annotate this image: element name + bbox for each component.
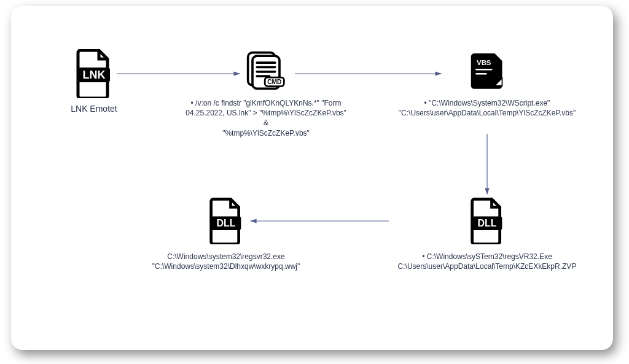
node-cmd: CMD • /v:on /c findstr "glKmfOKnQLYKnNs.… [183, 49, 349, 138]
diagram-card: LNK LNK Emotet CMD • /v:on /c findstr "g… [11, 6, 613, 350]
cmd-caption: • /v:on /c findstr "glKmfOKnQLYKnNs.*" "… [183, 98, 349, 138]
dll1-badge-text: DLL [478, 218, 497, 228]
node-vbs: VBS • "C:\Windows\System32\WScript.exe" … [392, 49, 582, 118]
file-lnk-icon: LNK [69, 49, 119, 98]
vbs-caption: • "C:\Windows\System32\WScript.exe" "C:\… [399, 98, 576, 118]
file-cmd-icon: CMD [244, 49, 287, 92]
dll1-caption: • C:\Windows\sySTem32\regsVR32.Exe C:\Us… [398, 252, 577, 271]
file-dll-icon: DLL [463, 196, 512, 246]
node-lnk: LNK LNK Emotet [48, 49, 140, 115]
file-dll-icon: DLL [201, 196, 251, 246]
lnk-caption: LNK Emotet [71, 103, 117, 115]
dll2-caption: C:\Windows\system32\regsvr32.exe "C:\Win… [152, 252, 300, 271]
lnk-badge-text: LNK [83, 69, 106, 81]
vbs-badge-text: VBS [477, 59, 491, 66]
node-dll-regsvr-first: DLL • C:\Windows\sySTem32\regsVR32.Exe C… [392, 196, 582, 271]
file-vbs-icon: VBS [466, 49, 509, 92]
dll2-badge-text: DLL [217, 218, 236, 228]
cmd-badge-text: CMD [267, 79, 281, 85]
node-dll-regsvr-final: DLL C:\Windows\system32\regsvr32.exe "C:… [140, 196, 312, 271]
